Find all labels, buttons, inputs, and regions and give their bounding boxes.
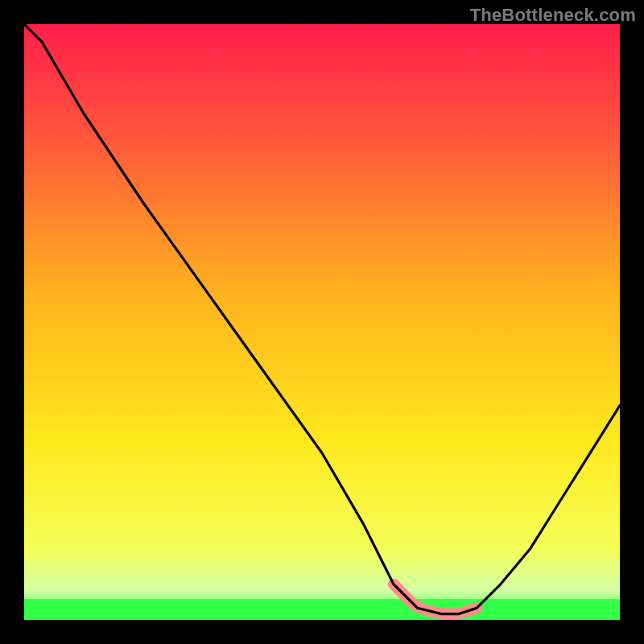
- watermark-text: TheBottleneck.com: [470, 5, 636, 26]
- chart-stage: TheBottleneck.com: [0, 0, 644, 644]
- green-band: [24, 599, 620, 620]
- gradient-background: [24, 24, 620, 620]
- plot-surface: [24, 24, 620, 620]
